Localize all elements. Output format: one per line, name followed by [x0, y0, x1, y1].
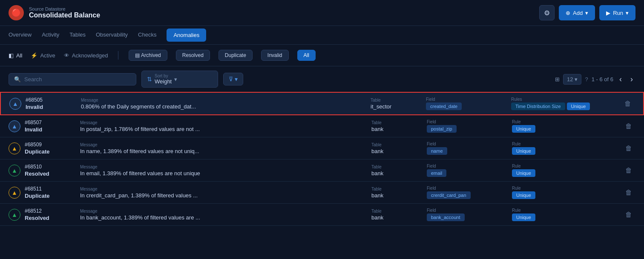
tab-overview[interactable]: Overview	[9, 26, 32, 44]
filter-archived[interactable]: ▤ Archived	[129, 50, 167, 61]
help-icon: ?	[585, 76, 588, 83]
anomaly-status: Invalid	[25, 126, 80, 133]
tab-observability[interactable]: Observability	[96, 26, 128, 44]
funnel-icon: ⊽	[229, 76, 233, 83]
anomaly-table: it_sector	[371, 103, 426, 110]
header-left: 🔴 Source Datastore Consolidated Balance	[9, 5, 100, 20]
table-row[interactable]: ▲ #68511 Duplicate Message In crerdit_ca…	[0, 182, 644, 204]
table-row[interactable]: ▲ #68509 Duplicate Message In name, 1.38…	[0, 137, 644, 159]
rules-label: Rule	[512, 208, 623, 213]
filter-all-btn[interactable]: All	[297, 50, 316, 61]
sort-selector[interactable]: ⇅ Sort by Weight ▾	[141, 71, 218, 88]
table-label: Table	[371, 187, 427, 191]
field-tag: created_date	[426, 102, 462, 110]
rule-tag: Time Distribution Size	[511, 102, 565, 110]
field-tag: crerdit_card_pan	[427, 191, 471, 199]
delete-button[interactable]: 🗑	[623, 188, 635, 197]
field-label: Field	[427, 186, 512, 191]
filter-divider	[118, 51, 118, 60]
nav-tabs: Overview Activity Tables Observability C…	[0, 26, 644, 45]
status-icon: ▲	[9, 142, 20, 154]
anomaly-message-col: Message In name, 1.389% of filtered valu…	[80, 142, 371, 154]
message-label: Message	[80, 187, 371, 191]
rule-tag: Unique	[512, 147, 535, 155]
status-icon: ▲	[9, 209, 20, 221]
anomaly-status: Duplicate	[25, 148, 80, 155]
table-label: Table	[371, 142, 427, 147]
anomalies-list: ▲ #68505 Invalid Message 0.806% of the D…	[0, 92, 644, 226]
filter-invalid[interactable]: Invalid	[261, 50, 289, 61]
page-size-selector[interactable]: 12 ▾	[563, 74, 581, 85]
anomaly-status: Resolved	[25, 171, 80, 177]
anomaly-table: bank	[371, 214, 427, 221]
run-button[interactable]: ▶ Run ▾	[599, 5, 635, 20]
anomaly-table: bank	[371, 192, 427, 199]
field-label: Field	[427, 208, 512, 213]
filter-duplicate[interactable]: Duplicate	[218, 50, 253, 61]
pagination-text: 1 - 6 of 6	[592, 76, 613, 83]
delete-button[interactable]: 🗑	[623, 144, 635, 153]
tab-tables[interactable]: Tables	[69, 26, 86, 44]
search-wrap: 🔍	[9, 73, 136, 85]
anomaly-table: bank	[371, 170, 427, 176]
tab-anomalies[interactable]: Anomalies	[167, 28, 206, 42]
table-label: Table	[371, 209, 427, 213]
tab-checks[interactable]: Checks	[138, 26, 156, 44]
message-label: Message	[81, 98, 371, 102]
add-button[interactable]: ⊕ Add ▾	[559, 5, 595, 20]
search-left: 🔍 ⇅ Sort by Weight ▾ ⊽ ▾	[9, 71, 243, 88]
anomaly-field-col: Field bank_account	[427, 208, 512, 221]
filter-resolved[interactable]: Resolved	[176, 50, 210, 61]
anomaly-status: Duplicate	[25, 193, 80, 199]
rules-label: Rules	[511, 97, 622, 102]
anomaly-table: bank	[371, 126, 427, 132]
filter-active[interactable]: ⚡ Active	[31, 52, 55, 59]
anomaly-field-col: Field created_date	[426, 97, 511, 110]
anomaly-message: In postal_zip, 1.786% of filtered values…	[80, 126, 371, 132]
settings-button[interactable]: ⚙	[539, 5, 555, 20]
rules-tags: Unique	[512, 147, 623, 155]
add-plus-icon: ⊕	[566, 10, 570, 16]
table-row[interactable]: ▲ #68507 Invalid Message In postal_zip, …	[0, 115, 644, 137]
prev-page-button[interactable]: ‹	[617, 74, 624, 85]
search-bar: 🔍 ⇅ Sort by Weight ▾ ⊽ ▾ ⊞ 12 ▾ ? 1 - 6 …	[0, 66, 644, 92]
field-label: Field	[426, 97, 511, 102]
title-block: Source Datastore Consolidated Balance	[29, 6, 100, 19]
add-chevron-icon: ▾	[585, 10, 588, 16]
filter-all[interactable]: ◧ All	[9, 52, 22, 59]
search-input[interactable]	[24, 76, 131, 83]
field-label: Field	[427, 164, 512, 168]
lightning-icon: ⚡	[31, 52, 37, 59]
delete-button[interactable]: 🗑	[623, 210, 635, 219]
anomaly-status: Invalid	[26, 104, 81, 110]
delete-button[interactable]: 🗑	[623, 122, 635, 131]
rules-tags: Unique	[512, 169, 623, 177]
rule-tag: Unique	[512, 125, 535, 133]
anomaly-rules-col: Rule Unique	[512, 142, 623, 155]
anomaly-field-col: Field crerdit_card_pan	[427, 186, 512, 199]
tab-activity[interactable]: Activity	[42, 26, 59, 44]
next-page-button[interactable]: ›	[628, 74, 635, 85]
delete-button[interactable]: 🗑	[623, 166, 635, 175]
rule-tag: Unique	[567, 102, 590, 110]
table-row[interactable]: ▲ #68512 Resolved Message In bank_accoun…	[0, 204, 644, 226]
anomaly-message-col: Message In bank_account, 1.389% of filte…	[80, 209, 371, 221]
table-row[interactable]: ▲ #68505 Invalid Message 0.806% of the D…	[0, 92, 644, 115]
table-label: Table	[371, 165, 427, 169]
anomaly-rules-col: Rule Unique	[512, 208, 623, 221]
anomaly-id-col: #68509 Duplicate	[25, 142, 80, 155]
eye-icon: 👁	[64, 52, 69, 59]
rule-tag: Unique	[512, 169, 535, 177]
anomaly-id: #68512	[25, 208, 80, 214]
message-label: Message	[80, 165, 371, 169]
filter-toggle-button[interactable]: ⊽ ▾	[223, 73, 243, 85]
field-tag: name	[427, 147, 447, 155]
filter-acknowledged[interactable]: 👁 Acknowledged	[64, 52, 108, 59]
anomaly-message-col: Message 0.806% of the Daily segments of …	[81, 98, 371, 110]
table-row[interactable]: ▲ #68510 Resolved Message In email, 1.38…	[0, 159, 644, 182]
anomaly-field-col: Field email	[427, 164, 512, 177]
anomaly-message: 0.806% of the Daily segments of created_…	[81, 103, 371, 110]
anomaly-message: In name, 1.389% of filtered values are n…	[80, 148, 371, 154]
delete-button[interactable]: 🗑	[622, 99, 634, 108]
field-label: Field	[427, 120, 512, 124]
